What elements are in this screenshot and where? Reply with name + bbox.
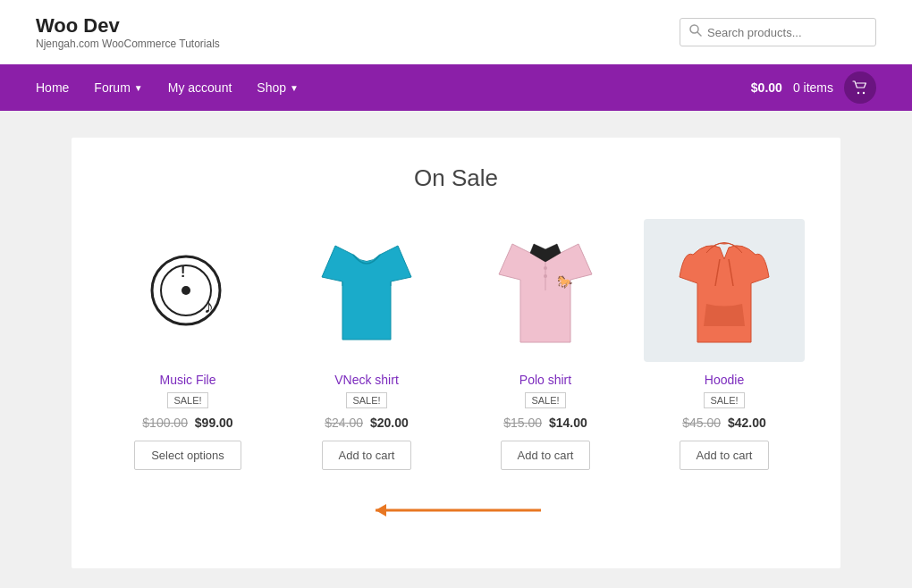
forum-dropdown-icon: ▼	[134, 83, 143, 93]
product-name-music-file: Music File	[159, 373, 215, 387]
product-card-music-file: ! ♪ Music File SALE! $100.00 $99.00 Sele…	[107, 219, 268, 470]
cart-icon[interactable]	[844, 71, 876, 104]
price-vneck: $24.00 $20.00	[325, 416, 409, 430]
new-price-music-file: $99.00	[195, 416, 233, 430]
old-price-vneck: $24.00	[325, 416, 363, 430]
site-branding: Woo Dev Njengah.com WooCommerce Tutorial…	[36, 14, 220, 50]
content-box: On Sale ! ♪ Music File SALE!	[72, 138, 840, 568]
sale-badge-vneck: SALE!	[346, 392, 386, 408]
svg-point-6	[182, 286, 190, 295]
svg-text:!: !	[181, 265, 185, 280]
select-options-music-file[interactable]: Select options	[134, 441, 241, 470]
product-card-vneck: VNeck shirt SALE! $24.00 $20.00 Add to c…	[286, 219, 447, 470]
sale-badge-polo: SALE!	[525, 392, 565, 408]
svg-line-1	[697, 32, 701, 36]
header: Woo Dev Njengah.com WooCommerce Tutorial…	[0, 0, 912, 64]
old-price-polo: $15.00	[503, 416, 542, 430]
svg-point-3	[863, 92, 865, 94]
product-name-vneck: VNeck shirt	[334, 373, 399, 387]
add-to-cart-vneck[interactable]: Add to cart	[322, 441, 412, 470]
nav-shop[interactable]: Shop ▼	[257, 64, 299, 111]
main-content: On Sale ! ♪ Music File SALE!	[0, 111, 912, 588]
svg-marker-18	[376, 504, 386, 517]
arrow-indicator	[367, 497, 545, 524]
svg-text:🐎: 🐎	[557, 274, 573, 290]
svg-point-13	[544, 274, 547, 278]
product-image-polo: 🐎	[465, 219, 626, 362]
new-price-hoodie: $42.00	[728, 416, 766, 430]
new-price-vneck: $20.00	[370, 416, 409, 430]
search-bar[interactable]	[680, 18, 876, 46]
shop-dropdown-icon: ▼	[290, 83, 299, 93]
product-name-polo: Polo shirt	[519, 373, 571, 387]
section-title: On Sale	[107, 164, 805, 192]
price-hoodie: $45.00 $42.00	[682, 416, 766, 430]
price-polo: $15.00 $14.00	[503, 416, 587, 430]
new-price-polo: $14.00	[549, 416, 587, 430]
svg-text:♪: ♪	[204, 295, 214, 317]
product-card-polo: 🐎 Polo shirt SALE! $15.00 $14.00 Add to …	[465, 219, 626, 470]
old-price-hoodie: $45.00	[682, 416, 721, 430]
nav-home[interactable]: Home	[36, 64, 69, 111]
nav-forum[interactable]: Forum ▼	[94, 64, 142, 111]
cart-amount: $0.00	[751, 80, 782, 95]
main-nav: Home Forum ▼ My account Shop ▼ $0.00 0 i…	[0, 64, 912, 111]
sale-badge-hoodie: SALE!	[704, 392, 744, 408]
product-image-vneck	[286, 219, 447, 362]
add-to-cart-polo[interactable]: Add to cart	[501, 441, 591, 470]
arrow-wrap	[107, 497, 805, 524]
products-grid: ! ♪ Music File SALE! $100.00 $99.00 Sele…	[107, 219, 805, 470]
cart-items-label: 0 items	[793, 80, 833, 95]
price-music-file: $100.00 $99.00	[142, 416, 232, 430]
site-subtitle: Njengah.com WooCommerce Tutorials	[36, 38, 220, 50]
old-price-music-file: $100.00	[142, 416, 188, 430]
site-title: Woo Dev	[36, 14, 220, 38]
product-image-hoodie	[644, 219, 805, 362]
search-input[interactable]	[707, 26, 866, 39]
product-card-hoodie: Hoodie SALE! $45.00 $42.00 Add to cart	[644, 219, 805, 470]
search-icon	[689, 24, 702, 40]
add-to-cart-hoodie[interactable]: Add to cart	[680, 441, 770, 470]
sale-badge-music-file: SALE!	[167, 392, 207, 408]
product-image-music-file: ! ♪	[107, 219, 268, 362]
nav-left: Home Forum ▼ My account Shop ▼	[36, 64, 299, 111]
product-name-hoodie: Hoodie	[705, 373, 744, 387]
nav-myaccount[interactable]: My account	[168, 64, 232, 111]
nav-right: $0.00 0 items	[751, 71, 876, 104]
svg-point-2	[857, 92, 859, 94]
svg-point-12	[544, 266, 547, 270]
